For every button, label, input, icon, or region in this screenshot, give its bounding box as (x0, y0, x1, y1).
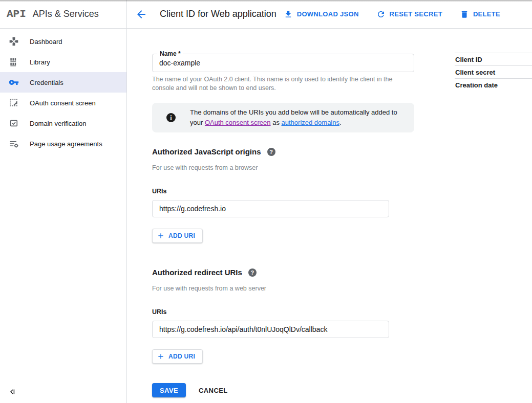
reset-secret-label: RESET SECRET (390, 10, 442, 18)
js-origin-uri-input[interactable] (153, 200, 389, 217)
sidebar-item-domain-verification[interactable]: Domain verification (0, 113, 126, 133)
form-footer: SAVE CANCEL (152, 383, 414, 397)
js-origins-subtext: For use with requests from a browser (152, 164, 414, 171)
sidebar-item-label: Domain verification (30, 120, 87, 127)
product-name: APIs & Services (33, 9, 99, 19)
name-field: Name * (152, 54, 414, 72)
dashboard-icon (9, 36, 19, 47)
delete-label: DELETE (473, 10, 500, 18)
info-text-middle: as (271, 119, 282, 126)
plus-icon (157, 232, 165, 240)
trash-icon (460, 10, 469, 19)
app-bar-branding: API APIs & Services (0, 0, 127, 28)
js-origin-uri-field (152, 200, 389, 217)
add-js-origin-uri-button[interactable]: ADD URI (152, 229, 203, 243)
api-logo: API (7, 8, 26, 20)
refresh-icon (376, 10, 386, 19)
redirect-uri-field (152, 321, 389, 338)
sidebar: Dashboard Library Credentials OAuth cons… (0, 29, 127, 403)
page-title: Client ID for Web application (160, 9, 276, 19)
collapse-sidebar-icon[interactable] (8, 387, 17, 396)
save-button[interactable]: SAVE (152, 383, 186, 397)
sidebar-item-label: Page usage agreements (30, 140, 102, 148)
page-usage-icon (9, 139, 19, 149)
main-content: Name * The name of your OAuth 2.0 client… (127, 29, 532, 403)
creation-date-row: Creation date (455, 78, 532, 91)
sidebar-item-label: OAuth consent screen (30, 99, 96, 107)
sidebar-item-credentials[interactable]: Credentials (0, 72, 126, 93)
add-uri-label: ADD URI (168, 353, 195, 360)
sidebar-item-dashboard[interactable]: Dashboard (0, 31, 126, 52)
redirect-uris-label: URIs (152, 308, 414, 316)
name-field-label: Name * (157, 50, 183, 57)
reset-secret-button[interactable]: RESET SECRET (376, 10, 442, 19)
app-bar: API APIs & Services Client ID for Web ap… (0, 0, 532, 29)
download-icon (284, 10, 293, 19)
info-banner-text: The domains of the URIs you add below wi… (190, 107, 402, 128)
client-id-form: Name * The name of your OAuth 2.0 client… (152, 29, 414, 397)
info-icon (166, 113, 176, 122)
js-origins-uris-label: URIs (152, 188, 414, 195)
oauth-consent-screen-link[interactable]: OAuth consent screen (205, 119, 271, 126)
sidebar-item-label: Dashboard (30, 38, 62, 46)
js-origins-heading: Authorized JavaScript origins (152, 148, 261, 156)
help-icon[interactable] (248, 268, 257, 277)
consent-screen-icon (9, 98, 19, 108)
add-redirect-uri-button[interactable]: ADD URI (152, 349, 203, 364)
delete-button[interactable]: DELETE (460, 10, 500, 19)
client-details-panel: Client ID Client secret Creation date (455, 53, 532, 91)
name-helper-text: The name of your OAuth 2.0 client. This … (152, 75, 411, 93)
add-uri-label: ADD URI (168, 232, 195, 239)
sidebar-item-label: Credentials (30, 79, 63, 86)
download-json-button[interactable]: DOWNLOAD JSON (284, 10, 359, 19)
redirect-uris-heading: Authorized redirect URIs (152, 268, 242, 277)
client-id-row: Client ID (455, 53, 532, 65)
app-bar-actions: DOWNLOAD JSON RESET SECRET DELETE (284, 10, 532, 19)
sidebar-item-label: Library (30, 58, 50, 66)
plus-icon (157, 352, 165, 361)
redirect-uri-input[interactable] (153, 321, 389, 338)
download-json-label: DOWNLOAD JSON (297, 10, 359, 18)
key-icon (9, 77, 19, 87)
client-secret-row: Client secret (455, 65, 532, 78)
sidebar-item-library[interactable]: Library (0, 52, 126, 72)
name-input[interactable] (153, 54, 414, 72)
sidebar-item-page-usage-agreements[interactable]: Page usage agreements (0, 133, 126, 154)
back-arrow-icon[interactable] (135, 8, 147, 20)
info-text-after: . (339, 119, 342, 126)
js-origins-heading-row: Authorized JavaScript origins (152, 148, 414, 156)
authorized-domains-link[interactable]: authorized domains (282, 119, 339, 126)
sidebar-item-oauth-consent-screen[interactable]: OAuth consent screen (0, 93, 126, 113)
help-icon[interactable] (267, 148, 275, 156)
library-icon (9, 57, 19, 67)
domain-verification-icon (9, 118, 19, 128)
redirect-uris-heading-row: Authorized redirect URIs (152, 268, 414, 277)
app-bar-main: Client ID for Web application DOWNLOAD J… (127, 0, 532, 28)
redirect-uris-subtext: For use with requests from a web server (152, 285, 414, 292)
cancel-button[interactable]: CANCEL (199, 387, 228, 394)
info-banner: The domains of the URIs you add below wi… (152, 103, 414, 132)
